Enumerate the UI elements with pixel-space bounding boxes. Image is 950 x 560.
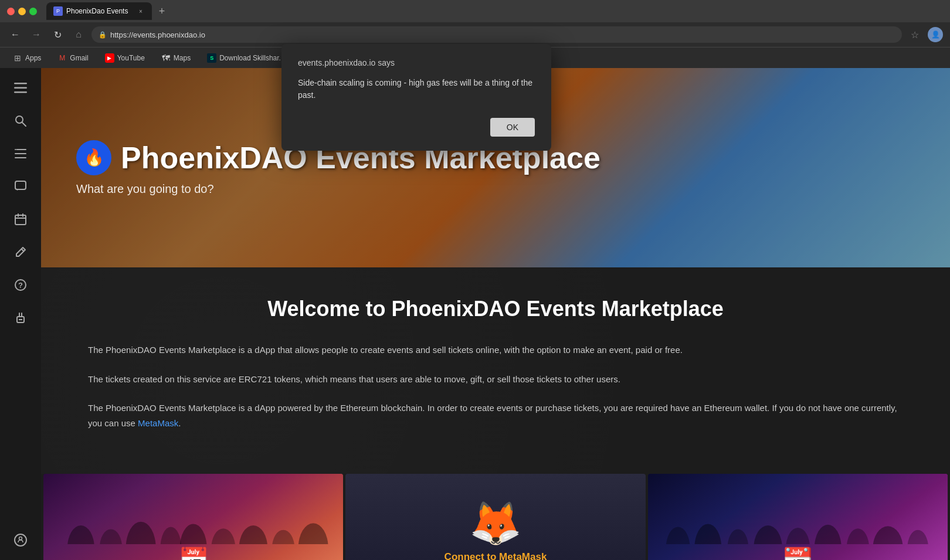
alert-ok-button[interactable]: OK bbox=[490, 118, 535, 137]
alert-buttons: OK bbox=[298, 118, 535, 137]
alert-dialog: events.phoenixdao.io says Side-chain sca… bbox=[281, 44, 551, 151]
alert-overlay: events.phoenixdao.io says Side-chain sca… bbox=[0, 0, 950, 560]
alert-title: events.phoenixdao.io says bbox=[298, 58, 535, 67]
alert-message: Side-chain scaling is coming - high gas … bbox=[298, 77, 535, 101]
